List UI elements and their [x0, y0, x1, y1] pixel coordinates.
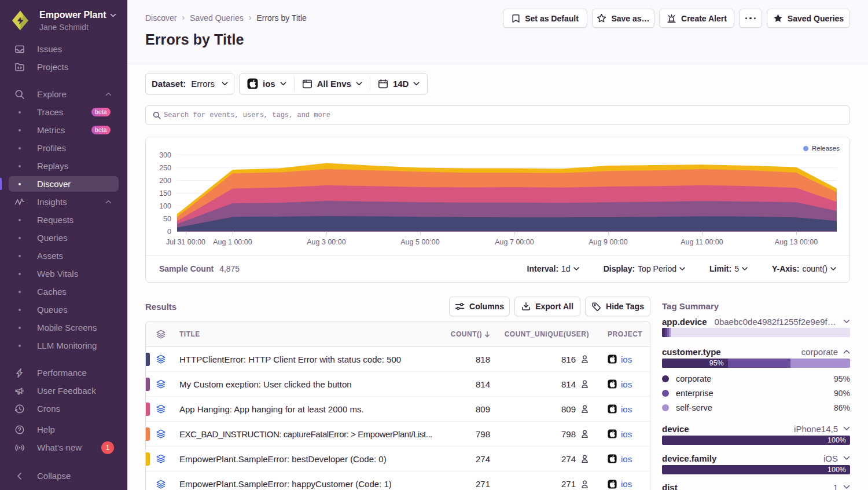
svg-text:300: 300 [159, 151, 171, 159]
svg-text:250: 250 [159, 164, 171, 172]
svg-text:200: 200 [159, 177, 171, 185]
svg-text:100: 100 [159, 202, 171, 210]
svg-text:Aug 13 00:00: Aug 13 00:00 [775, 238, 818, 246]
svg-text:Jul 31 00:00: Jul 31 00:00 [166, 238, 205, 246]
svg-text:Aug 9 00:00: Aug 9 00:00 [589, 238, 627, 246]
svg-text:150: 150 [159, 189, 171, 198]
svg-text:Aug 7 00:00: Aug 7 00:00 [495, 238, 534, 246]
svg-text:Aug 5 00:00: Aug 5 00:00 [400, 238, 439, 246]
svg-text:Aug 11 00:00: Aug 11 00:00 [681, 238, 723, 246]
svg-text:50: 50 [163, 215, 171, 223]
svg-text:0: 0 [167, 228, 171, 236]
svg-text:Aug 1 00:00: Aug 1 00:00 [213, 238, 252, 246]
svg-text:Aug 3 00:00: Aug 3 00:00 [307, 238, 345, 246]
